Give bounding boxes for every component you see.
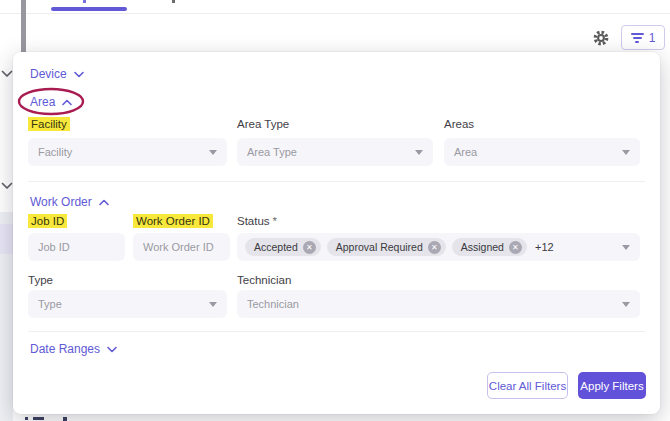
chip-remove-icon[interactable]: ✕ — [303, 241, 316, 254]
chip-remove-icon[interactable]: ✕ — [428, 241, 441, 254]
areas-label: Areas — [444, 118, 474, 130]
technician-placeholder: Technician — [247, 298, 299, 310]
required-asterisk: * — [273, 215, 277, 227]
type-placeholder: Type — [38, 298, 62, 310]
chevron-down-icon — [74, 71, 84, 78]
status-overflow-count: +12 — [535, 241, 554, 253]
job-id-label: Job ID — [28, 215, 67, 227]
settings-gear-icon[interactable] — [592, 29, 610, 47]
technician-label: Technician — [237, 274, 291, 286]
chevron-up-icon — [99, 199, 109, 206]
dropdown-caret-icon — [622, 150, 630, 155]
section-toggle-device[interactable]: Device — [30, 67, 84, 81]
type-label: Type — [28, 274, 53, 286]
status-multiselect[interactable]: Accepted ✕ Approval Required ✕ Assigned … — [237, 233, 640, 261]
apply-filters-button[interactable]: Apply Filters — [578, 372, 646, 399]
expand-row-chevron-icon[interactable] — [1, 69, 13, 79]
facility-label: Facility — [28, 118, 70, 130]
facility-select[interactable]: Facility — [28, 138, 227, 166]
chevron-down-icon — [107, 346, 117, 353]
status-chip: Accepted ✕ — [245, 238, 321, 256]
clipped-page-text — [33, 417, 44, 420]
chip-remove-icon[interactable]: ✕ — [509, 241, 522, 254]
status-chip: Assigned ✕ — [452, 238, 527, 256]
expand-row-chevron-icon[interactable] — [1, 181, 13, 191]
area-type-placeholder: Area Type — [247, 146, 297, 158]
section-label-date-ranges: Date Ranges — [30, 342, 100, 356]
dropdown-caret-icon — [622, 302, 630, 307]
section-label-work-order: Work Order — [30, 195, 92, 209]
work-order-id-label: Work Order ID — [133, 215, 213, 227]
active-filter-count: 1 — [649, 31, 656, 45]
tab-bar-divider — [0, 13, 670, 14]
chevron-up-icon — [62, 99, 72, 106]
dropdown-caret-icon — [209, 150, 217, 155]
section-divider — [28, 331, 645, 332]
status-chip-label: Assigned — [461, 241, 504, 253]
area-type-select[interactable]: Area Type — [237, 138, 433, 166]
filter-lines-icon — [631, 33, 644, 43]
dropdown-caret-icon — [622, 245, 630, 250]
areas-select[interactable]: Area — [444, 138, 640, 166]
work-order-id-input[interactable] — [133, 233, 230, 261]
clear-all-filters-button[interactable]: Clear All Filters — [487, 372, 568, 399]
facility-placeholder: Facility — [38, 146, 72, 158]
type-select[interactable]: Type — [28, 290, 227, 318]
filter-toggle-button[interactable]: 1 — [621, 25, 665, 50]
section-divider — [28, 181, 645, 182]
section-toggle-work-order[interactable]: Work Order — [30, 195, 109, 209]
dropdown-caret-icon — [415, 150, 423, 155]
background-page-row-highlight — [0, 224, 13, 254]
technician-select[interactable]: Technician — [237, 290, 640, 318]
status-chip-label: Accepted — [254, 241, 298, 253]
status-chip: Approval Required ✕ — [327, 238, 446, 256]
active-tab-underline — [51, 7, 127, 11]
section-label-area: Area — [30, 95, 55, 109]
clipped-page-text — [25, 417, 28, 420]
area-type-label: Area Type — [237, 118, 289, 130]
clipped-tab-text — [172, 0, 175, 3]
section-toggle-date-ranges[interactable]: Date Ranges — [30, 342, 117, 356]
areas-placeholder: Area — [454, 146, 477, 158]
vertical-scrollbar[interactable] — [21, 0, 26, 53]
section-label-device: Device — [30, 67, 67, 81]
clipped-page-text — [63, 417, 67, 421]
clipped-tab-text — [83, 0, 86, 3]
status-chip-label: Approval Required — [336, 241, 423, 253]
job-id-input[interactable] — [28, 233, 125, 261]
filters-panel: Device Area Facility Area Type Areas Fac… — [13, 52, 660, 414]
status-label: Status* — [237, 215, 277, 227]
section-toggle-area[interactable]: Area — [30, 95, 72, 109]
dropdown-caret-icon — [209, 302, 217, 307]
